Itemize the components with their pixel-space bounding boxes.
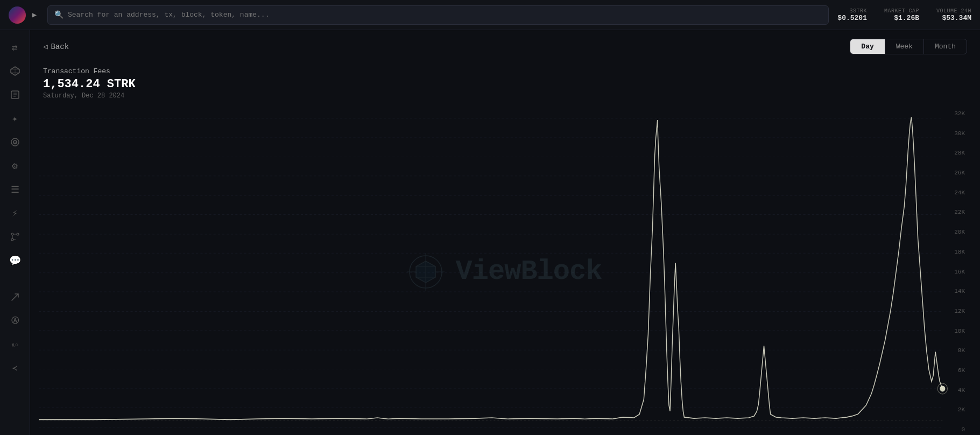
sidebar: ⇄ ✦ ⚙ ☰ ⚡ (0, 30, 30, 435)
y-label-8k: 8K (941, 347, 967, 354)
chart-value: 1,534.24 STRK (43, 78, 963, 91)
volume-label: VOLUME 24H (936, 8, 971, 14)
strk-label: $STRK (837, 8, 867, 14)
sidebar-item-block2[interactable] (4, 84, 26, 106)
sidebar-item-branch[interactable] (4, 226, 26, 248)
chart-wrapper: ViewBlock (39, 108, 967, 435)
header-stats: $STRK $0.5201 MARKET CAP $1.26B VOLUME 2… (837, 8, 971, 22)
back-label: Back (51, 43, 69, 51)
svg-point-3 (15, 142, 16, 143)
svg-point-5 (17, 233, 19, 235)
sidebar-item-block[interactable] (4, 60, 26, 82)
y-label-6k: 6K (941, 367, 967, 374)
svg-point-4 (11, 233, 13, 235)
content-area: ◁ Back Day Week Month Transaction Fees 1… (30, 30, 980, 435)
y-label-2k: 2K (941, 406, 967, 413)
y-label-12k: 12K (941, 308, 967, 314)
y-label-32k: 32K (941, 110, 967, 117)
market-cap-stat: MARKET CAP $1.26B (884, 8, 919, 22)
market-cap-label: MARKET CAP (884, 8, 919, 14)
period-buttons: Day Week Month (850, 39, 967, 54)
chart-info: Transaction Fees 1,534.24 STRK Saturday,… (39, 63, 967, 108)
sidebar-item-target[interactable] (4, 131, 26, 153)
main-layout: ⇄ ✦ ⚙ ☰ ⚡ (0, 30, 980, 435)
search-icon: 🔍 (54, 10, 64, 19)
period-week-button[interactable]: Week (885, 39, 924, 54)
chart-title: Transaction Fees (43, 67, 963, 75)
y-label-0: 0 (941, 426, 967, 433)
search-bar[interactable]: 🔍 (47, 5, 829, 25)
search-input[interactable] (68, 11, 822, 19)
sidebar-item-k[interactable]: ≺ (4, 357, 26, 379)
y-label-20k: 20K (941, 229, 967, 235)
y-label-26k: 26K (941, 170, 967, 176)
volume-value: $53.34M (936, 14, 971, 22)
strk-stat: $STRK $0.5201 (837, 8, 867, 22)
y-label-18k: 18K (941, 249, 967, 255)
logo-area: ▶ (9, 6, 39, 24)
y-label-14k: 14K (941, 288, 967, 294)
y-label-22k: 22K (941, 209, 967, 215)
play-button[interactable]: ▶ (30, 9, 39, 22)
y-axis-labels: 32K 30K 28K 26K 24K 22K 20K 18K 16K 14K … (941, 108, 967, 435)
chart-date: Saturday, Dec 28 2024 (43, 92, 963, 100)
y-label-4k: 4K (941, 387, 967, 394)
back-link[interactable]: ◁ Back (43, 42, 69, 51)
header: ▶ 🔍 $STRK $0.5201 MARKET CAP $1.26B VOLU… (0, 0, 980, 30)
sidebar-item-arrow[interactable] (4, 286, 26, 308)
back-arrow-icon: ◁ (43, 42, 47, 51)
sidebar-item-star[interactable]: ✦ (4, 108, 26, 129)
y-label-28k: 28K (941, 150, 967, 156)
back-bar: ◁ Back Day Week Month (30, 30, 980, 63)
y-label-30k: 30K (941, 130, 967, 137)
logo-icon (9, 6, 26, 24)
sidebar-item-menu[interactable]: ☰ (4, 179, 26, 200)
y-label-16k: 16K (941, 269, 967, 275)
y-label-24k: 24K (941, 190, 967, 196)
market-cap-value: $1.26B (884, 14, 919, 22)
sidebar-item-settings[interactable]: ⚙ (4, 155, 26, 177)
sidebar-item-lightning[interactable]: ⚡ (4, 202, 26, 224)
sidebar-item-ao[interactable]: ∧○ (4, 334, 26, 355)
y-label-10k: 10K (941, 328, 967, 334)
volume-stat: VOLUME 24H $53.34M (936, 8, 971, 22)
strk-value: $0.5201 (837, 14, 867, 22)
period-month-button[interactable]: Month (924, 39, 967, 54)
chart-svg (39, 108, 967, 435)
chart-container: Transaction Fees 1,534.24 STRK Saturday,… (30, 63, 980, 435)
sidebar-item-a[interactable]: Ⓐ (4, 310, 26, 332)
sidebar-item-transfer[interactable]: ⇄ (4, 37, 26, 58)
sidebar-item-chat[interactable]: 💬 (4, 250, 26, 271)
period-day-button[interactable]: Day (850, 39, 885, 54)
